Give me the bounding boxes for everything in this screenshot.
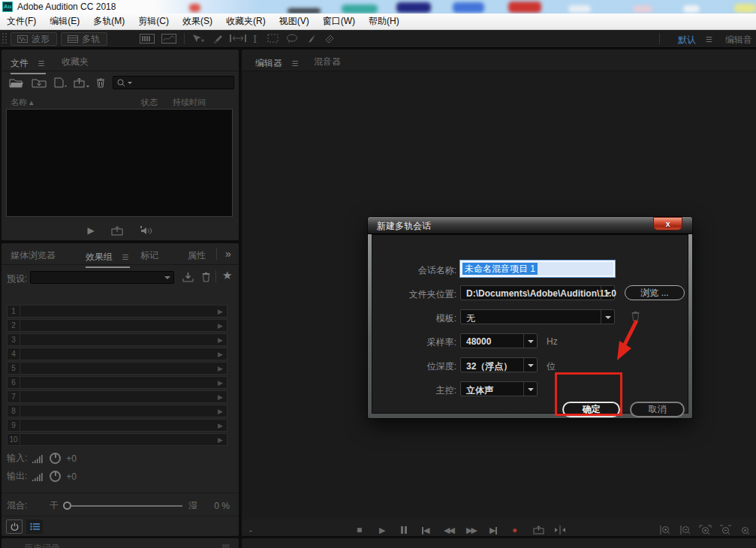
marquee-selection-tool-icon[interactable] — [267, 34, 279, 43]
menu-edit[interactable]: 编辑(E) — [43, 14, 86, 29]
column-status[interactable]: 状态 — [141, 97, 158, 108]
slot-power-arrow-icon[interactable]: ▶ — [218, 336, 223, 344]
skip-playhead-button[interactable] — [554, 525, 566, 534]
favorite-star-icon[interactable]: ★ — [222, 269, 232, 282]
column-name[interactable]: 名称 ▴ — [11, 97, 34, 108]
workspace-edit-audio-button[interactable]: 编辑音 — [725, 34, 756, 47]
cancel-button[interactable]: 取消 — [630, 402, 685, 417]
slot-power-arrow-icon[interactable]: ▶ — [218, 322, 223, 330]
mix-slider-track[interactable] — [71, 505, 182, 507]
move-tool-icon[interactable] — [191, 34, 205, 44]
tab-mixer[interactable]: 混音器 — [314, 56, 341, 68]
tab-history[interactable]: 历史记录 — [24, 542, 60, 548]
search-options-arrow-icon[interactable] — [128, 82, 132, 84]
column-duration[interactable]: 持续时间 — [173, 97, 206, 108]
slot-power-arrow-icon[interactable]: ▶ — [218, 422, 223, 429]
folder-location-select[interactable]: D:\Documents\Adobe\Audition\11.0 — [460, 285, 615, 300]
new-file-icon[interactable] — [54, 77, 68, 88]
record-button[interactable]: ● — [512, 525, 517, 535]
slot-power-arrow-icon[interactable]: ▶ — [218, 408, 223, 415]
workspace-default-button[interactable]: 默认 — [678, 34, 696, 47]
tab-media-browser[interactable]: 媒体浏览器 — [11, 249, 56, 262]
waveform-view-button[interactable]: 波形 — [11, 32, 57, 46]
rack-power-button[interactable] — [6, 519, 23, 534]
tab-files[interactable]: 文件 ☰ — [11, 56, 46, 74]
tab-video[interactable]: 视频 — [221, 542, 239, 548]
rewind-button[interactable]: ◀◀ — [444, 525, 453, 535]
search-input[interactable] — [113, 76, 234, 89]
effect-slot[interactable]: 1▶ — [7, 305, 227, 318]
razor-tool-icon[interactable] — [212, 34, 224, 44]
preview-play-icon[interactable]: ▶ — [87, 225, 94, 236]
import-file-icon[interactable] — [32, 78, 47, 88]
stop-button[interactable]: ■ — [357, 525, 362, 535]
insert-into-multitrack-icon[interactable] — [74, 77, 90, 88]
effects-rack-menu-icon[interactable]: ☰ — [122, 253, 130, 261]
input-gain-knob[interactable] — [50, 453, 61, 464]
multitrack-view-button[interactable]: 多轨 — [61, 32, 107, 46]
pitch-display-icon[interactable] — [161, 34, 176, 44]
effect-slot[interactable]: 2▶ — [7, 319, 227, 332]
slot-power-arrow-icon[interactable]: ▶ — [218, 351, 223, 358]
spectral-display-icon[interactable] — [140, 34, 155, 44]
effect-slot[interactable]: 8▶ — [7, 405, 227, 417]
menu-effects[interactable]: 效果(S) — [176, 14, 219, 29]
play-button[interactable]: ▶ — [379, 525, 385, 535]
spot-healing-tool-icon[interactable] — [324, 34, 336, 44]
dialog-close-button[interactable]: x — [653, 217, 682, 230]
dialog-title-bar[interactable]: 新建多轨会话 x — [368, 217, 692, 234]
session-name-input[interactable]: 未命名混音项目 1 — [460, 260, 615, 277]
open-file-icon[interactable] — [9, 78, 24, 88]
pause-button[interactable] — [401, 526, 407, 534]
workspace-menu-icon[interactable]: ☰ — [706, 35, 714, 44]
zoom-out-time-button[interactable] — [679, 525, 691, 535]
files-panel-menu-icon[interactable]: ☰ — [38, 59, 46, 68]
tab-effects-rack[interactable]: 效果组 ☰ — [86, 249, 130, 268]
master-select[interactable]: 立体声 — [460, 381, 538, 396]
toolbar-grip[interactable] — [2, 32, 8, 45]
slot-power-arrow-icon[interactable]: ▶ — [218, 308, 223, 315]
time-selection-tool-icon[interactable]: I — [253, 34, 257, 45]
chevron-down-icon[interactable] — [523, 334, 537, 348]
slot-power-arrow-icon[interactable]: ▶ — [218, 436, 223, 444]
title-bar[interactable]: Au Adobe Audition CC 2018 — [0, 0, 756, 14]
mix-slider-thumb[interactable] — [63, 501, 71, 510]
paintbrush-tool-icon[interactable] — [306, 34, 317, 44]
skip-to-end-button[interactable]: ▶ — [489, 525, 497, 535]
effect-slot[interactable]: 7▶ — [7, 390, 227, 403]
skip-to-start-button[interactable]: ◀ — [422, 525, 429, 535]
more-tabs-chevron[interactable]: » — [225, 248, 231, 260]
menu-window[interactable]: 窗口(W) — [316, 14, 362, 29]
trash-icon[interactable] — [96, 77, 105, 88]
sample-rate-select[interactable]: 48000 — [460, 333, 538, 348]
rack-list-view-button[interactable] — [26, 519, 43, 534]
slot-power-arrow-icon[interactable]: ▶ — [218, 365, 223, 372]
template-select[interactable]: 无 — [460, 309, 615, 324]
output-gain-knob[interactable] — [50, 471, 61, 482]
editor-panel-menu-icon[interactable]: ☰ — [291, 59, 300, 68]
menu-multitrack[interactable]: 多轨(M) — [86, 14, 131, 29]
slot-power-arrow-icon[interactable]: ▶ — [218, 393, 223, 401]
save-preset-icon[interactable] — [182, 272, 194, 282]
menu-clip[interactable]: 剪辑(C) — [131, 14, 176, 29]
menu-favorites[interactable]: 收藏夹(R) — [219, 14, 273, 29]
auto-play-speaker-icon[interactable] — [140, 226, 153, 236]
chevron-down-icon[interactable] — [523, 382, 537, 396]
browse-button[interactable]: 浏览 ... — [625, 285, 685, 300]
menu-help[interactable]: 帮助(H) — [362, 14, 406, 29]
tab-markers[interactable]: 标记 — [140, 249, 158, 262]
chevron-down-icon[interactable] — [523, 358, 537, 372]
slot-power-arrow-icon[interactable]: ▶ — [218, 379, 223, 387]
menu-file[interactable]: 文件(F) — [0, 14, 43, 29]
effect-slot[interactable]: 4▶ — [7, 348, 227, 360]
zoom-full-button[interactable] — [739, 525, 751, 535]
bit-depth-select[interactable]: 32（浮点） — [460, 357, 538, 372]
lasso-selection-tool-icon[interactable] — [286, 34, 298, 44]
fast-forward-button[interactable]: ▶▶ — [466, 525, 476, 535]
effect-slot[interactable]: 3▶ — [7, 333, 227, 346]
preset-select[interactable] — [30, 271, 174, 284]
zoom-to-selection-button[interactable] — [699, 525, 712, 535]
effect-slot[interactable]: 5▶ — [7, 362, 227, 375]
zoom-out-selection-button[interactable] — [719, 525, 732, 535]
loop-playback-button[interactable] — [533, 525, 544, 534]
